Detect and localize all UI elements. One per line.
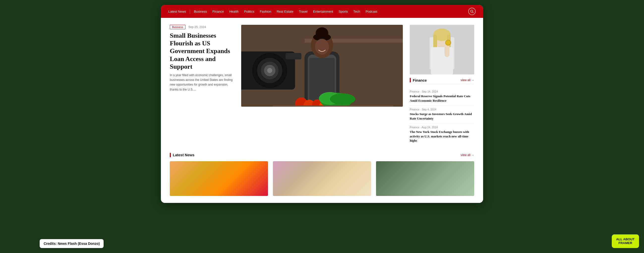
finance-item-3-meta: Finance · Aug 24, 2024 — [410, 126, 474, 129]
latest-view-all[interactable]: view all → — [460, 153, 474, 157]
credits-badge: Credits: News Flash (Essa Donzo) — [40, 239, 104, 248]
nav-politics[interactable]: Politics — [244, 10, 254, 14]
nav-business[interactable]: Business — [194, 10, 207, 14]
svg-rect-41 — [410, 25, 474, 74]
finance-header: Finance view all → — [410, 78, 474, 84]
news-card-1[interactable] — [170, 161, 268, 198]
nav-tech[interactable]: Tech — [354, 10, 360, 14]
finance-title-text: Finance — [413, 78, 427, 82]
hero-date: Sep 25, 2024 — [188, 25, 206, 29]
nav-podcast[interactable]: Podcast — [366, 10, 377, 14]
finance-section-title: Finance — [410, 78, 427, 82]
finance-item-3-title: The New York Stock Exchange buzzes with … — [410, 130, 474, 143]
hero-meta: Business Sep 25, 2024 — [170, 25, 234, 29]
nav-real-estate[interactable]: Real Estate — [277, 10, 293, 14]
hero-left: Business Sep 25, 2024 Small Businesses F… — [170, 25, 234, 145]
nav-fashion[interactable]: Fashion — [260, 10, 271, 14]
finance-item-2-title: Stocks Surge as Investors Seek Growth Am… — [410, 112, 474, 121]
nav-links: Business Finance Health Politics Fashion… — [194, 10, 468, 14]
latest-news-section: Latest News view all → — [170, 153, 474, 198]
news-card-3-image — [376, 161, 474, 196]
framer-line1: ALL ABOUT — [616, 237, 634, 241]
news-card-2[interactable] — [273, 161, 371, 198]
category-badge[interactable]: Business — [170, 25, 186, 29]
finance-item-2-meta: Finance · Sep 4, 2024 — [410, 108, 474, 111]
nav-divider: | — [190, 9, 190, 14]
finance-sidebar: Finance view all → Finance · Sep 14, 202… — [410, 25, 474, 145]
nav-travel[interactable]: Travel — [299, 10, 308, 14]
navigation: Latest News | Business Finance Health Po… — [161, 5, 483, 18]
hero-title[interactable]: Small Businesses Flourish as US Governme… — [170, 32, 234, 70]
latest-news-title: Latest News — [170, 153, 194, 157]
svg-point-22 — [315, 39, 329, 55]
finance-image — [410, 25, 474, 74]
hero-excerpt: In a year filled with economic challenge… — [170, 73, 234, 92]
hero-main-image — [241, 25, 403, 107]
nav-finance[interactable]: Finance — [212, 10, 224, 14]
framer-line2: FRAMER — [616, 241, 634, 245]
svg-rect-30 — [273, 105, 394, 107]
news-card-3[interactable] — [376, 161, 474, 198]
credits-text: Credits: News Flash (Essa Donzo) — [44, 241, 100, 245]
svg-rect-15 — [286, 53, 302, 60]
svg-point-29 — [330, 93, 355, 105]
main-content: Business Sep 25, 2024 Small Businesses F… — [161, 18, 483, 203]
nav-latest-news[interactable]: Latest News — [168, 10, 186, 14]
finance-view-all[interactable]: view all → — [460, 78, 474, 82]
red-accent-bar — [410, 78, 411, 82]
svg-line-1 — [473, 12, 474, 13]
latest-red-bar — [170, 153, 171, 157]
svg-point-14 — [267, 68, 272, 73]
news-card-1-image — [170, 161, 268, 196]
finance-item-3[interactable]: Finance · Aug 24, 2024 The New York Stoc… — [410, 123, 474, 145]
latest-news-header: Latest News view all → — [170, 153, 474, 157]
finance-item-1-meta: Finance · Sep 14, 2024 — [410, 90, 474, 93]
latest-news-grid — [170, 161, 474, 198]
latest-title-text: Latest News — [173, 153, 194, 157]
framer-badge: ALL ABOUT FRAMER — [612, 234, 639, 248]
search-icon[interactable] — [468, 8, 476, 15]
finance-item-1-title: Federal Reserve Signals Potential Rate C… — [410, 94, 474, 103]
news-card-2-image — [273, 161, 371, 196]
finance-item-2[interactable]: Finance · Sep 4, 2024 Stocks Surge as In… — [410, 105, 474, 123]
finance-item-1[interactable]: Finance · Sep 14, 2024 Federal Reserve S… — [410, 88, 474, 105]
nav-sports[interactable]: Sports — [338, 10, 348, 14]
hero-section: Business Sep 25, 2024 Small Businesses F… — [170, 25, 474, 145]
nav-entertainment[interactable]: Entertainment — [313, 10, 333, 14]
nav-health[interactable]: Health — [229, 10, 239, 14]
